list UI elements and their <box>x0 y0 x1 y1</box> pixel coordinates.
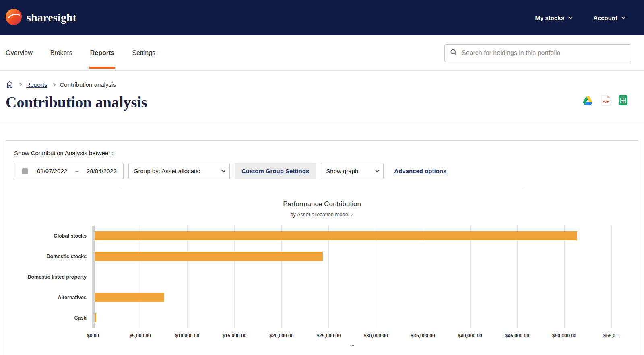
advanced-options-link[interactable]: Advanced options <box>394 168 446 174</box>
date-range-picker[interactable]: 01/07/2022 – 28/04/2023 <box>14 163 124 179</box>
chart-plot: Global stocksDomestic stocksDomestic lis… <box>14 226 630 328</box>
x-tick-label: $20,000.00 <box>269 333 293 339</box>
search-icon <box>450 48 458 58</box>
category-label: Global stocks <box>14 226 93 246</box>
tab-reports[interactable]: Reports <box>90 35 114 70</box>
bar-cash <box>95 313 96 322</box>
tab-brokers[interactable]: Brokers <box>50 35 72 70</box>
chevron-right-icon <box>52 82 56 86</box>
gridline <box>611 226 612 328</box>
filters-label: Show Contribution Analysis between: <box>14 150 630 156</box>
x-tick-label: $15,000.00 <box>222 333 246 339</box>
sheets-export-button[interactable] <box>619 95 628 107</box>
custom-group-settings-label: Custom Group Settings <box>242 168 309 174</box>
filters-row: 01/07/2022 – 28/04/2023 Group by: Asset … <box>14 163 630 179</box>
bar-global-stocks <box>95 231 577 240</box>
nav-account[interactable]: Account <box>593 14 625 21</box>
breadcrumb: Reports Contribution analysis <box>6 80 644 88</box>
chart-title: Performance Contribution <box>14 200 630 208</box>
brand-logo[interactable]: sharesight <box>6 9 76 27</box>
show-graph-value: Show graph <box>326 168 358 174</box>
bar-domestic-stocks <box>95 252 323 261</box>
tab-settings[interactable]: Settings <box>132 35 155 70</box>
performance-contribution-chart: Performance Contribution by Asset alloca… <box>14 200 630 347</box>
nav-my-stocks[interactable]: My stocks <box>535 14 572 21</box>
breadcrumb-reports-link[interactable]: Reports <box>26 81 47 88</box>
x-tick-label: $55,0... <box>603 333 619 339</box>
chevron-down-icon <box>375 168 380 172</box>
section-divider <box>0 123 644 123</box>
bar-alternatives <box>95 293 164 302</box>
brand-name: sharesight <box>27 11 76 24</box>
holdings-search-box[interactable] <box>444 44 631 62</box>
portfolio-tabs: Overview Brokers Reports Settings <box>6 35 155 70</box>
custom-group-settings-button[interactable]: Custom Group Settings <box>235 163 316 179</box>
chart-x-axis: $0.00$5,000.00$10,000.00$15,000.00$20,00… <box>14 333 630 339</box>
chart-axis-footer: ... <box>14 342 630 347</box>
google-drive-export-button[interactable] <box>582 96 593 107</box>
nav-account-label: Account <box>593 14 617 21</box>
chevron-down-icon <box>568 15 573 19</box>
category-label: Cash <box>14 308 93 328</box>
content-top: Reports Contribution analysis Contributi… <box>0 80 644 111</box>
chart-bars <box>93 226 611 328</box>
x-tick-label: $50,000.00 <box>552 333 576 339</box>
x-tick-label: $30,000.00 <box>364 333 388 339</box>
show-graph-select[interactable]: Show graph <box>321 163 384 179</box>
x-tick-label: $25,000.00 <box>316 333 341 339</box>
category-label: Alternatives <box>14 287 93 308</box>
x-tick-label: $10,000.00 <box>175 333 199 339</box>
export-actions: PDF <box>582 95 628 107</box>
sharesight-logo-icon <box>6 9 22 27</box>
x-tick-label: $40,000.00 <box>458 333 482 339</box>
pdf-export-button[interactable]: PDF <box>601 95 611 107</box>
svg-text:PDF: PDF <box>603 100 609 103</box>
breadcrumb-current: Contribution analysis <box>60 81 116 88</box>
date-to: 28/04/2023 <box>87 168 117 174</box>
page-title: Contribution analysis <box>6 93 644 111</box>
home-icon[interactable] <box>6 80 14 88</box>
contribution-analysis-panel: Show Contribution Analysis between: 01/0… <box>6 140 638 355</box>
subnav: Overview Brokers Reports Settings <box>0 35 644 71</box>
chevron-down-icon <box>221 168 226 172</box>
x-tick-label: $35,000.00 <box>411 333 435 339</box>
search-input[interactable] <box>462 49 626 57</box>
chevron-right-icon <box>18 82 22 86</box>
calendar-icon <box>21 167 29 175</box>
header-nav: My stocks Account <box>535 14 625 21</box>
x-tick-label: $5,000.00 <box>129 333 151 339</box>
chart-category-labels: Global stocksDomestic stocksDomestic lis… <box>14 226 93 328</box>
chart-plot-area <box>93 226 611 328</box>
group-by-value: Group by: Asset allocatic <box>134 168 200 174</box>
chevron-down-icon <box>621 15 626 19</box>
date-from: 01/07/2022 <box>37 168 67 174</box>
date-separator: – <box>75 168 78 174</box>
chart-top-divider <box>121 189 523 189</box>
nav-my-stocks-label: My stocks <box>535 14 564 21</box>
chart-subtitle: by Asset allocation model 2 <box>14 211 630 218</box>
x-tick-label: $45,000.00 <box>505 333 529 339</box>
category-label: Domestic stocks <box>14 246 93 267</box>
tab-overview[interactable]: Overview <box>6 35 33 70</box>
app-header: sharesight My stocks Account <box>0 0 644 35</box>
x-tick-label: $0.00 <box>87 333 99 339</box>
category-label: Domestic listed property <box>14 267 93 287</box>
group-by-select[interactable]: Group by: Asset allocatic <box>128 163 230 179</box>
